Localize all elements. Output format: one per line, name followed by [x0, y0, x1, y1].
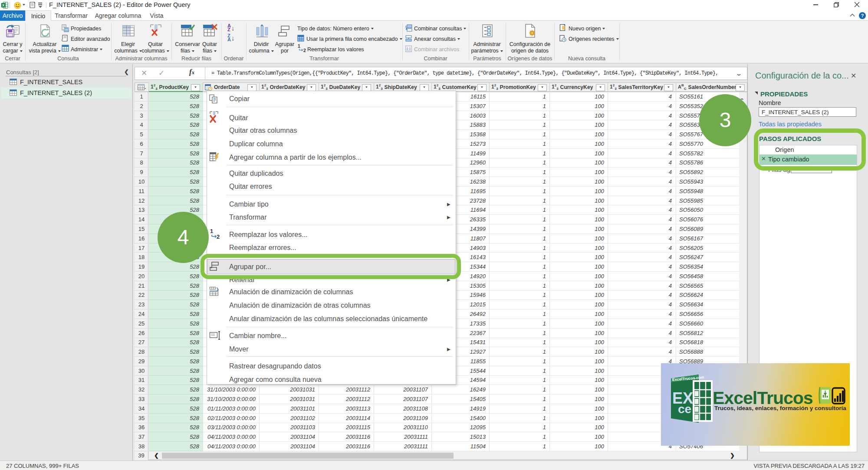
svg-text:X: X — [2, 3, 5, 7]
svg-text:ce: ce — [678, 402, 691, 416]
